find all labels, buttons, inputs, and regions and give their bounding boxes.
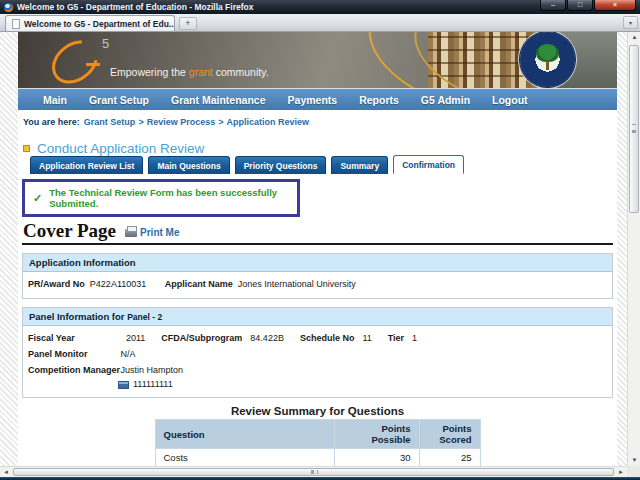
browser-window: Welcome to G5 - Department of Education … [0,0,640,480]
firefox-icon [4,3,13,12]
nav-item-main[interactable]: Main [32,89,78,111]
pr-award-label: PR/Award No [28,279,85,289]
application-information-box: Application Information PR/Award No P422… [22,253,613,299]
horizontal-scroll-thumb[interactable] [13,468,614,476]
close-button[interactable]: × [594,0,636,11]
minimize-button[interactable]: – [540,0,566,11]
breadcrumb: You are here:Grant Setup>Review Process>… [23,117,617,128]
panel-field-schedule-no: Schedule No11 [300,333,388,343]
competition-manager-row: Competition Manager Justin Hampton [28,362,607,378]
scroll-down-arrow[interactable]: ▼ [628,455,640,466]
review-summary-head: QuestionPoints PossiblePoints Scored [155,420,480,449]
review-summary-title: Review Summary for Questions [18,405,617,417]
panel-field-label: Schedule No [300,333,355,343]
panel-field-value: 84.422B [250,333,284,343]
page-title: Conduct Application Review [23,141,617,155]
breadcrumb-link-application-review[interactable]: Application Review [226,117,309,127]
application-information-header: Application Information [23,254,612,272]
browser-tab-strip: Welcome to G5 - Department of Edu... + ▾ [0,14,640,32]
panel-information-header: Panel Information for Panel - 2 [23,308,612,326]
maximize-button[interactable]: □ [567,0,593,11]
panel-field-fiscal-year: Fiscal Year2011 [28,333,161,343]
panel-monitor-label: Panel Monitor [28,346,118,362]
nav-item-grant-maintenance[interactable]: Grant Maintenance [160,89,277,111]
pr-award-value: P422A110031 [90,279,146,289]
browser-tab-title: Welcome to G5 - Department of Edu... [24,19,175,29]
cover-page-header: Cover Page Print Me [23,221,617,240]
new-tab-button[interactable]: + [179,17,197,30]
window-title: Welcome to G5 - Department of Education … [17,0,253,14]
panel-field-label: CFDA/Subprogram [161,333,242,343]
application-info-row: PR/Award No P422A110031 Applicant Name J… [28,276,607,292]
tab-priority-questions[interactable]: Priority Questions [235,156,327,174]
breadcrumb-link-grant-setup[interactable]: Grant Setup [84,117,136,127]
review-summary-body: Costs3025BudgetDefined Objectives3029Nee… [155,449,480,467]
breadcrumb-separator: > [218,117,223,127]
g5-logo: 5 [50,39,106,83]
title-bar: Welcome to G5 - Department of Education … [0,0,640,14]
panel-field-tier: Tier1 [388,333,433,343]
breadcrumb-prefix: You are here: [23,117,80,127]
seal-tree-trunk [546,61,549,70]
vertical-scrollbar[interactable]: ▲ ▼ [627,32,640,466]
breadcrumb-separator: > [138,117,143,127]
horizontal-scrollbar[interactable]: ◄ ► [0,466,627,477]
panel-monitor-value: N/A [121,349,136,359]
tab-application-review-list[interactable]: Application Review List [30,156,143,174]
main-nav: MainGrant SetupGrant MaintenancePayments… [18,88,617,110]
scroll-right-arrow[interactable]: ► [615,467,627,477]
nav-item-logout[interactable]: Logout [481,89,539,111]
tab-confirmation[interactable]: Confirmation [393,155,464,174]
printer-icon [125,229,137,237]
breadcrumb-link-review-process[interactable]: Review Process [147,117,216,127]
browser-tab[interactable]: Welcome to G5 - Department of Edu... [5,15,175,31]
panel-field-value: 1 [412,333,417,343]
column-header-question: Question [155,420,334,449]
tab-summary[interactable]: Summary [331,156,388,174]
competition-manager-label: Competition Manager [28,362,118,378]
print-me-link[interactable]: Print Me [125,227,179,238]
nav-item-reports[interactable]: Reports [348,89,410,111]
vertical-scroll-thumb[interactable] [629,45,639,213]
heading-bullet-icon [23,145,30,152]
competition-manager-value: Justin Hampton [121,365,184,375]
manager-phone-row: 111111111 [28,378,607,391]
table-header-row: QuestionPoints PossiblePoints Scored [155,420,480,449]
g5-logo-5: 5 [102,36,109,51]
review-summary-table: QuestionPoints PossiblePoints Scored Cos… [155,419,481,466]
applicant-name-label: Applicant Name [165,279,233,289]
browser-viewport: 5 Empowering the grant community. MainGr… [0,32,640,477]
manager-phone-number: 111111111 [133,378,173,391]
confirmation-message: ✓ The Technical Review Form has been suc… [22,179,300,217]
points-possible-cell: 30 [334,449,419,467]
department-of-education-seal [520,32,575,87]
banner-tagline: Empowering the grant community. [110,66,269,78]
column-header-points-possible: Points Possible [334,420,419,449]
panel-info-row1: Fiscal Year2011CFDA/Subprogram84.422BSch… [28,330,607,346]
list-tabs-button[interactable]: ▾ [623,16,638,29]
question-cell: Costs [155,449,334,467]
scroll-up-arrow[interactable]: ▲ [628,32,640,43]
applicant-name-value: Jones International University [238,279,356,289]
nav-item-g5-admin[interactable]: G5 Admin [410,89,481,111]
cover-page-title: Cover Page [23,221,116,240]
divider [22,243,613,245]
fax-icon [118,381,129,389]
nav-item-payments[interactable]: Payments [277,89,349,111]
window-controls: – □ × [540,0,636,11]
page-icon [12,19,20,29]
breadcrumb-links: Grant Setup>Review Process>Application R… [84,117,309,127]
nav-item-grant-setup[interactable]: Grant Setup [78,89,160,111]
panel-field-label: Fiscal Year [28,330,118,346]
tab-main-questions[interactable]: Main Questions [148,156,229,174]
points-scored-cell: 25 [419,449,480,467]
seal-tree-icon [536,44,559,62]
check-icon: ✓ [33,193,42,203]
review-tabs: Application Review ListMain QuestionsPri… [30,156,617,174]
g5-logo-g [44,32,107,88]
panel-monitor-row: Panel Monitor N/A [28,346,607,362]
scroll-left-arrow[interactable]: ◄ [0,467,12,477]
web-page: 5 Empowering the grant community. MainGr… [18,32,617,466]
panel-information-box: Panel Information for Panel - 2 Fiscal Y… [22,307,613,398]
table-row: Costs3025 [155,449,480,467]
